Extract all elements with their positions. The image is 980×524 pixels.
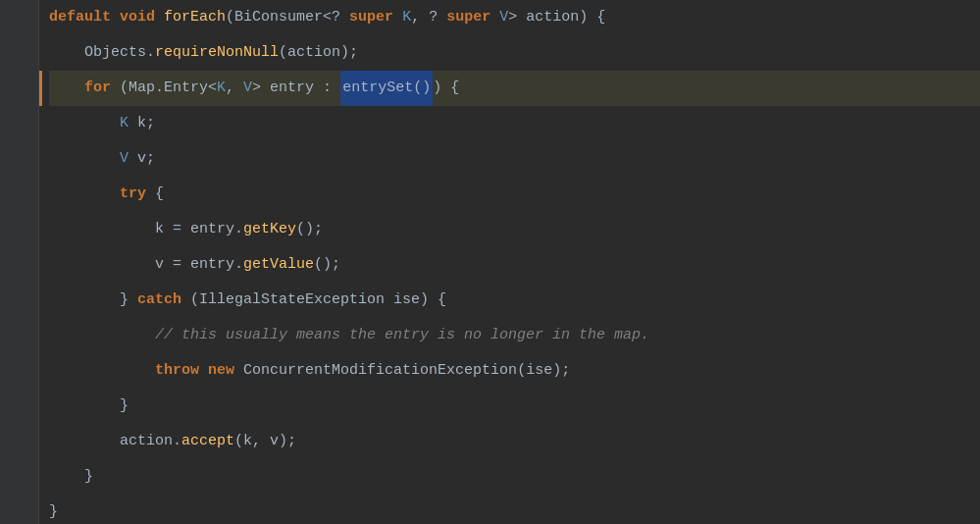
method-getvalue: getValue [243, 247, 314, 283]
code-line-4: K k; [49, 106, 980, 141]
code-line-8: v = entry.getValue(); [49, 247, 980, 283]
keyword-super-k: super [349, 0, 393, 35]
keyword-default: default [49, 0, 111, 35]
keyword-for: for [84, 71, 111, 106]
method-accept: accept [181, 424, 234, 459]
code-line-9: } catch (IllegalStateException ise) { [49, 283, 980, 318]
keyword-try: try [120, 177, 146, 212]
keyword-catch: catch [137, 283, 181, 318]
code-line-7: k = entry.getKey(); [49, 212, 980, 247]
keyword-new: new [208, 353, 234, 389]
code-line-15: } [49, 495, 980, 524]
type-v2: V [243, 71, 252, 106]
code-line-14: } [49, 459, 980, 495]
keyword-super-v: super [446, 0, 490, 35]
space [111, 0, 120, 35]
code-line-5: V v; [49, 141, 980, 177]
code-line-10: // this usually means the entry is no lo… [49, 318, 980, 353]
code-line-11: throw new ConcurrentModificationExceptio… [49, 353, 980, 389]
type-k2: K [217, 71, 226, 106]
keyword-void: void [120, 0, 155, 35]
keyword-throw: throw [155, 353, 199, 389]
type-v3: V [120, 141, 129, 177]
line-indicator [39, 71, 42, 106]
method-requirenonnull: requireNonNull [155, 35, 279, 71]
type-k3: K [120, 106, 129, 141]
highlighted-entryset: entrySet() [340, 71, 433, 106]
code-line-3: for (Map.Entry<K, V> entry : entrySet())… [49, 71, 980, 106]
method-foreach: forEach [164, 0, 226, 35]
line-numbers [0, 0, 39, 524]
code-line-2: Objects.requireNonNull(action); [49, 35, 980, 71]
comment-text: // this usually means the entry is no lo… [49, 318, 649, 353]
type-v: V [499, 0, 508, 35]
space [155, 0, 164, 35]
code-line-1: default void forEach(BiConsumer<? super … [49, 0, 980, 35]
type-k: K [402, 0, 411, 35]
code-editor: default void forEach(BiConsumer<? super … [0, 0, 980, 524]
method-getkey: getKey [243, 212, 296, 247]
code-line-13: action.accept(k, v); [49, 424, 980, 459]
code-body: default void forEach(BiConsumer<? super … [39, 0, 980, 524]
code-line-12: } [49, 389, 980, 424]
code-line-6: try { [49, 177, 980, 212]
